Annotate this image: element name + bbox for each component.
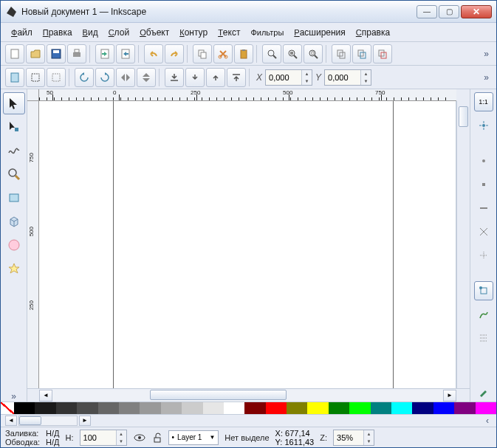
opacity-input[interactable] xyxy=(80,430,116,445)
menu-view[interactable]: Вид xyxy=(78,25,103,40)
raise-top-button[interactable] xyxy=(227,68,246,87)
layer-selector[interactable]: • Layer 1 ▼ xyxy=(168,430,219,445)
swatch[interactable] xyxy=(349,402,370,414)
close-button[interactable]: ✕ xyxy=(461,5,492,18)
print-button[interactable] xyxy=(67,44,86,63)
opacity-spin[interactable]: ▲▼ xyxy=(80,430,127,446)
swatch[interactable] xyxy=(307,402,328,414)
swatch[interactable] xyxy=(14,402,35,414)
unlink-clone-button[interactable] xyxy=(373,44,392,63)
swatch[interactable] xyxy=(161,402,182,414)
zoom-sel-button[interactable] xyxy=(262,44,281,63)
paste-button[interactable] xyxy=(234,44,253,63)
tool-star[interactable] xyxy=(3,258,25,280)
select-all-layers-button[interactable] xyxy=(26,68,45,87)
swatch[interactable] xyxy=(391,402,412,414)
minimize-button[interactable]: ― xyxy=(417,5,437,18)
palette-thumb[interactable] xyxy=(19,416,41,425)
swatch[interactable] xyxy=(476,402,496,414)
zoom-page-button[interactable] xyxy=(304,44,323,63)
palette-menu[interactable]: ‹ xyxy=(483,416,492,426)
swatch[interactable] xyxy=(77,402,97,414)
snap-intersect-button[interactable] xyxy=(474,222,493,241)
ruler-vertical[interactable]: 750500250 xyxy=(27,101,39,388)
canvas[interactable] xyxy=(39,101,456,388)
deselect-button[interactable] xyxy=(47,68,66,87)
hscroll-left[interactable]: ◄ xyxy=(39,390,52,402)
hscroll-right[interactable]: ► xyxy=(443,390,456,402)
y-input[interactable] xyxy=(325,70,360,85)
zoom-spin[interactable]: ▲▼ xyxy=(333,430,374,446)
menu-help[interactable]: Справка xyxy=(352,25,394,40)
x-input[interactable] xyxy=(266,70,301,85)
palette-left[interactable]: ◄ xyxy=(5,416,17,426)
swatch[interactable] xyxy=(224,402,244,414)
menu-filters[interactable]: Фильтры xyxy=(246,25,288,40)
snap-corner-button[interactable] xyxy=(474,281,493,300)
menu-text[interactable]: Текст xyxy=(213,25,244,40)
rotate-ccw-button[interactable] xyxy=(75,68,94,87)
x-input-spin[interactable]: ▲▼ xyxy=(265,69,312,86)
lock-icon[interactable] xyxy=(152,432,162,444)
snap-bbox-button[interactable] xyxy=(474,151,493,170)
swatch[interactable] xyxy=(371,402,391,414)
select-all-button[interactable] xyxy=(5,68,24,87)
flip-h-button[interactable] xyxy=(116,68,135,87)
zoom-draw-button[interactable] xyxy=(283,44,302,63)
eye-icon[interactable] xyxy=(133,432,146,444)
menu-edit[interactable]: Правка xyxy=(38,25,77,40)
duplicate-button[interactable] xyxy=(332,44,351,63)
swatch[interactable] xyxy=(56,402,77,414)
menu-extensions[interactable]: Расширения xyxy=(289,25,350,40)
snap-center-button[interactable] xyxy=(474,246,493,265)
swatch[interactable] xyxy=(140,402,160,414)
toolbar-overflow[interactable]: » xyxy=(481,49,492,59)
menu-object[interactable]: Объект xyxy=(135,25,174,40)
y-input-spin[interactable]: ▲▼ xyxy=(324,69,371,86)
swatch[interactable] xyxy=(244,402,265,414)
import-button[interactable] xyxy=(95,44,114,63)
swatch[interactable] xyxy=(119,402,140,414)
swatch[interactable] xyxy=(287,402,307,414)
swatch[interactable] xyxy=(182,402,202,414)
lower-bottom-button[interactable] xyxy=(165,68,184,87)
zoom-1to1-button[interactable]: 1:1 xyxy=(474,92,493,111)
scrollbar-horizontal[interactable]: ◄ ► xyxy=(27,388,470,402)
swatch[interactable] xyxy=(433,402,454,414)
menu-layer[interactable]: Слой xyxy=(104,25,134,40)
cut-button[interactable] xyxy=(213,44,233,63)
toolbox-overflow[interactable]: » xyxy=(8,391,19,402)
swatch[interactable] xyxy=(98,402,119,414)
swatch[interactable] xyxy=(35,402,55,414)
flip-v-button[interactable] xyxy=(137,68,156,87)
export-button[interactable] xyxy=(116,44,135,63)
snap-edge-button[interactable] xyxy=(474,305,493,324)
zoom-input[interactable] xyxy=(334,430,363,445)
swatch[interactable] xyxy=(412,402,433,414)
hscroll-track[interactable] xyxy=(52,390,443,402)
vscroll-thumb[interactable] xyxy=(459,106,468,127)
tool-rect[interactable] xyxy=(3,187,25,209)
color-picker-button[interactable] xyxy=(474,382,493,402)
swatch[interactable] xyxy=(329,402,349,414)
menu-path[interactable]: Контур xyxy=(175,25,212,40)
clone-button[interactable] xyxy=(352,44,371,63)
tool-tweak[interactable] xyxy=(3,139,25,162)
save-button[interactable] xyxy=(47,44,66,63)
copy-button[interactable] xyxy=(193,44,212,63)
scrollbar-vertical[interactable] xyxy=(456,101,470,388)
snap-enable-button[interactable] xyxy=(474,116,493,135)
swatch[interactable] xyxy=(266,402,287,414)
tool-ellipse[interactable] xyxy=(3,234,25,256)
raise-button[interactable] xyxy=(206,68,225,87)
snap-node-button[interactable] xyxy=(474,175,493,194)
swatch[interactable] xyxy=(454,402,475,414)
tool-node[interactable] xyxy=(3,116,25,138)
tool-selector[interactable] xyxy=(3,92,25,114)
tool-3dbox[interactable] xyxy=(3,210,25,232)
lower-button[interactable] xyxy=(185,68,205,87)
maximize-button[interactable]: ▢ xyxy=(439,5,459,18)
swatch-none[interactable] xyxy=(1,402,14,414)
palette-right[interactable]: ► xyxy=(79,416,91,426)
toolbar2-overflow[interactable]: » xyxy=(481,72,492,83)
